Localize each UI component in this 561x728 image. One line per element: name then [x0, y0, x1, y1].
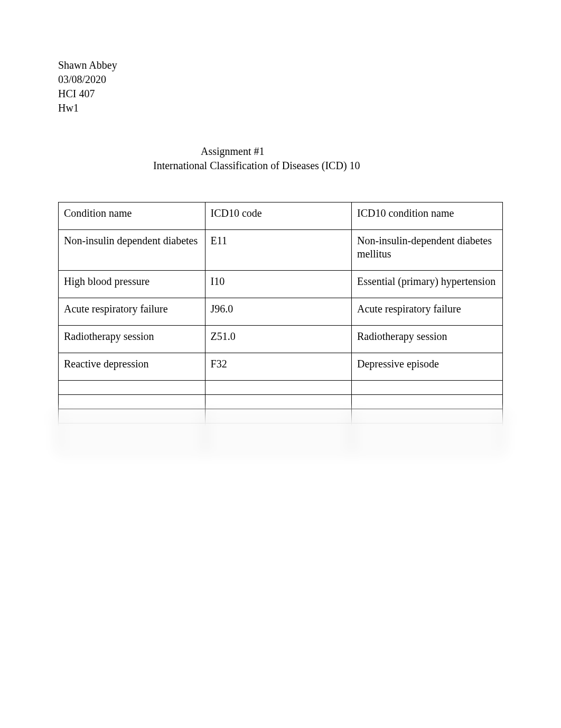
table-row: Radiotherapy session Z51.0 Radiotherapy …: [59, 326, 503, 353]
table-row: Non-insulin dependent diabetes E11 Non-i…: [59, 230, 503, 271]
table-row: Reactive depression F32 Depressive episo…: [59, 353, 503, 381]
cell-condition: [59, 395, 205, 409]
title-line-1: Assignment #1: [201, 144, 503, 159]
table-row: Acute respiratory failure J96.0 Acute re…: [59, 298, 503, 326]
cell-code: E11: [205, 230, 352, 271]
cell-code: Z51.0: [205, 326, 352, 353]
cell-icd-name: Depressive episode: [352, 353, 503, 381]
cell-code: I10: [205, 271, 352, 298]
table-header-row: Condition name ICD10 code ICD10 conditio…: [59, 202, 503, 230]
cell-icd-name: Essential (primary) hypertension: [352, 271, 503, 298]
cell-icd-name: Acute respiratory failure: [352, 298, 503, 326]
cell-icd-name: [352, 381, 503, 395]
icd-table: Condition name ICD10 code ICD10 conditio…: [58, 202, 503, 452]
cell-icd-name: [352, 423, 503, 438]
cell-code: [205, 423, 352, 438]
document-header: Shawn Abbey 03/08/2020 HCI 407 Hw1: [58, 58, 503, 115]
document-date: 03/08/2020: [58, 72, 503, 87]
course-code: HCI 407: [58, 87, 503, 101]
header-icd-code: ICD10 code: [205, 202, 352, 230]
cell-condition: [59, 438, 205, 452]
cell-code: [205, 438, 352, 452]
cell-condition: Radiotherapy session: [59, 326, 205, 353]
homework-number: Hw1: [58, 101, 503, 115]
table-row: [59, 409, 503, 423]
cell-icd-name: [352, 438, 503, 452]
document-title: Assignment #1 International Classificati…: [153, 144, 503, 173]
cell-condition: [59, 381, 205, 395]
table-row: [59, 381, 503, 395]
header-icd-name: ICD10 condition name: [352, 202, 503, 230]
cell-icd-name: Radiotherapy session: [352, 326, 503, 353]
cell-condition: High blood pressure: [59, 271, 205, 298]
title-line-2: International Classification of Diseases…: [153, 159, 503, 173]
cell-code: J96.0: [205, 298, 352, 326]
cell-code: [205, 381, 352, 395]
cell-condition: Reactive depression: [59, 353, 205, 381]
table-row: [59, 423, 503, 438]
cell-code: [205, 409, 352, 423]
cell-condition: [59, 409, 205, 423]
cell-condition: [59, 423, 205, 438]
cell-icd-name: [352, 395, 503, 409]
icd-table-container: Condition name ICD10 code ICD10 conditio…: [58, 202, 503, 452]
cell-icd-name: Non-insulin-dependent diabetes mellitus: [352, 230, 503, 271]
author-name: Shawn Abbey: [58, 58, 503, 72]
table-row: [59, 395, 503, 409]
cell-condition: Acute respiratory failure: [59, 298, 205, 326]
cell-icd-name: [352, 409, 503, 423]
cell-code: [205, 395, 352, 409]
cell-condition: Non-insulin dependent diabetes: [59, 230, 205, 271]
header-condition-name: Condition name: [59, 202, 205, 230]
table-row: High blood pressure I10 Essential (prima…: [59, 271, 503, 298]
cell-code: F32: [205, 353, 352, 381]
table-row: [59, 438, 503, 452]
